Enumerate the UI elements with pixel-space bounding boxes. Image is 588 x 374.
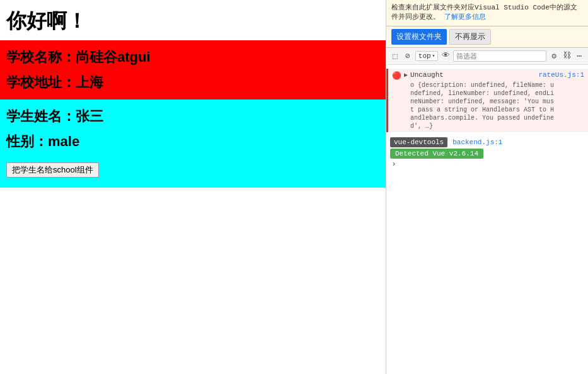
backend-link[interactable]: backend.js:1: [453, 139, 502, 146]
vue-devtools-bar: vue-devtools backend.js:1: [386, 135, 588, 150]
error-type: Uncaught: [410, 71, 444, 79]
greeting: 你好啊！: [0, 0, 386, 40]
left-panel: 你好啊！ 学校名称：尚硅谷atgui 学校地址：上海 学生姓名：张三 性别：ma…: [0, 0, 386, 374]
settings-icon[interactable]: ⚙: [549, 50, 559, 62]
school-section: 学校名称：尚硅谷atgui 学校地址：上海: [0, 40, 386, 99]
student-name: 学生姓名：张三: [6, 107, 379, 126]
filter-input[interactable]: [453, 50, 546, 62]
top-label: top: [418, 52, 431, 60]
chevron-down-icon: ▾: [432, 53, 435, 59]
vue-devtools-badge: vue-devtools: [390, 137, 447, 147]
error-content: rateUs.js:1 Uncaught o {description: und…: [410, 71, 584, 130]
top-context-selector[interactable]: top ▾: [415, 51, 439, 61]
devtools-console: 🔴 ▶ rateUs.js:1 Uncaught o {description:…: [386, 65, 588, 374]
notice-link[interactable]: 了解更多信息: [444, 13, 486, 21]
devtools-action-buttons: 设置根文件夹 不再显示: [386, 26, 588, 48]
vue-version-badge: Detected Vue v2.6.14: [390, 149, 483, 159]
console-caret[interactable]: ›: [386, 157, 588, 171]
vue-version-row: Detected Vue v2.6.14: [386, 150, 588, 157]
student-gender: 性别：male: [6, 132, 379, 151]
block-icon[interactable]: ⊘: [403, 50, 413, 62]
more-icon[interactable]: ⋯: [574, 50, 584, 62]
no-show-button[interactable]: 不再显示: [449, 29, 491, 45]
send-name-button[interactable]: 把学生名给school组件: [6, 162, 99, 178]
school-address: 学校地址：上海: [6, 73, 379, 92]
devtools-notice: 检查来自此扩展文件夹对应Visual Studio Code中的源文件并同步更改…: [386, 0, 588, 26]
devtools-panel: 检查来自此扩展文件夹对应Visual Studio Code中的源文件并同步更改…: [386, 0, 588, 374]
inspect-icon[interactable]: ⬚: [390, 50, 400, 62]
error-message: o {description: undefined, fileName: u n…: [410, 81, 584, 130]
error-icon: 🔴: [392, 71, 401, 81]
error-file-link[interactable]: rateUs.js:1: [538, 71, 584, 80]
expand-icon[interactable]: ▶: [404, 71, 408, 79]
devtools-toolbar: ⬚ ⊘ top ▾ 👁 ⚙ ⛓ ⋯: [386, 48, 588, 65]
student-section: 学生姓名：张三 性别：male 把学生名给school组件: [0, 99, 386, 188]
school-name: 学校名称：尚硅谷atgui: [6, 48, 379, 67]
eye-icon[interactable]: 👁: [441, 50, 451, 62]
console-error-row: 🔴 ▶ rateUs.js:1 Uncaught o {description:…: [386, 69, 588, 132]
set-root-button[interactable]: 设置根文件夹: [391, 29, 447, 45]
person-icon[interactable]: ⛓: [562, 50, 572, 62]
